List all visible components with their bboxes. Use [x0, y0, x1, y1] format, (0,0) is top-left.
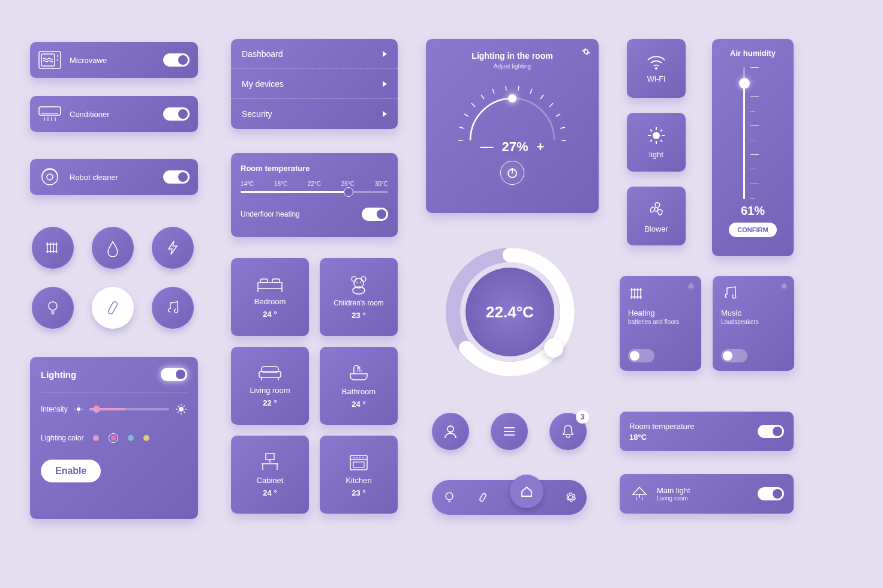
music-note-icon	[721, 284, 739, 302]
dial-value: 27%	[502, 139, 528, 155]
music-icon-button[interactable]	[152, 287, 194, 329]
svg-point-105	[690, 285, 692, 287]
svg-line-33	[184, 412, 185, 413]
room-bedroom[interactable]: Bedroom 24 °	[231, 258, 309, 336]
room-living[interactable]: Living room 22 °	[231, 347, 309, 425]
roomtemp-toggle[interactable]	[758, 425, 784, 438]
device-robot-card[interactable]: Robot cleaner	[30, 159, 198, 195]
room-children[interactable]: Children's room 23 °	[320, 258, 398, 336]
settings-icon[interactable]	[582, 47, 590, 56]
light-tile[interactable]: light	[627, 113, 686, 172]
temperature-ring[interactable]: 22.4°C	[435, 237, 585, 387]
nav-bottle-icon[interactable]	[477, 491, 489, 503]
svg-point-87	[447, 426, 453, 432]
robot-toggle[interactable]	[163, 170, 190, 184]
svg-line-101	[660, 140, 662, 142]
svg-rect-36	[258, 283, 282, 289]
bottle-icon-button[interactable]	[92, 287, 134, 329]
room-bathroom[interactable]: Bathroom 24 °	[320, 347, 398, 425]
blower-tile[interactable]: Blower	[627, 187, 686, 245]
intensity-slider[interactable]	[89, 408, 169, 410]
svg-rect-38	[272, 279, 280, 283]
svg-point-81	[508, 94, 516, 103]
settings-icon[interactable]	[687, 282, 695, 290]
device-label: Conditioner	[70, 110, 110, 119]
menu-item-dashboard[interactable]: Dashboard	[231, 39, 398, 69]
music-tile: Music Loudspeakers	[713, 276, 794, 371]
radiator-icon	[628, 284, 646, 302]
heating-tile: Heating batteries and floors	[620, 276, 701, 371]
power-button[interactable]	[500, 161, 524, 185]
chevron-right-icon	[383, 111, 387, 117]
color-swatch-blue[interactable]	[128, 435, 134, 441]
heating-toggle[interactable]	[628, 349, 654, 362]
nav-bulb-icon[interactable]	[443, 491, 456, 504]
notification-badge: 3	[576, 410, 589, 424]
svg-point-94	[655, 67, 657, 70]
room-cabinet[interactable]: Cabinet 24 °	[231, 436, 309, 514]
nav-home-icon[interactable]	[510, 475, 543, 508]
mainlight-toggle[interactable]	[758, 487, 784, 500]
dial-gauge[interactable]	[452, 74, 572, 146]
conditioner-toggle[interactable]	[163, 107, 190, 121]
svg-line-77	[492, 89, 494, 94]
room-kitchen[interactable]: Kitchen 23 °	[320, 436, 398, 514]
energy-icon-button[interactable]	[152, 227, 194, 269]
humidity-slider[interactable]	[735, 67, 771, 199]
svg-line-80	[518, 86, 519, 91]
dial-plus[interactable]: +	[537, 139, 545, 155]
bulb-icon-button[interactable]	[32, 287, 74, 329]
svg-line-74	[549, 103, 553, 107]
svg-point-63	[356, 457, 358, 458]
settings-icon[interactable]	[780, 282, 788, 290]
ring-value: 22.4°C	[486, 303, 534, 322]
desk-icon	[258, 452, 282, 472]
svg-point-91	[446, 493, 453, 500]
temp-slider[interactable]	[241, 191, 388, 193]
device-conditioner-card[interactable]: Conditioner	[30, 96, 198, 132]
lamp-icon	[629, 485, 650, 503]
svg-line-72	[556, 114, 560, 116]
mainlight-bar[interactable]: Main light Living room	[620, 474, 794, 514]
color-swatch-pink[interactable]	[93, 435, 99, 441]
confirm-button[interactable]: CONFIRM	[729, 223, 776, 237]
humidity-value: 61%	[722, 204, 784, 218]
fan-icon	[646, 199, 666, 220]
nav-gear-icon[interactable]	[564, 491, 576, 503]
svg-point-11	[47, 174, 53, 180]
svg-line-70	[560, 127, 565, 128]
svg-line-69	[459, 127, 464, 128]
bath-icon	[348, 363, 370, 383]
svg-line-100	[650, 130, 652, 131]
menu-item-devices[interactable]: My devices	[231, 69, 398, 99]
svg-line-102	[660, 130, 662, 131]
microwave-toggle[interactable]	[163, 53, 190, 67]
music-toggle[interactable]	[721, 349, 747, 362]
underfloor-toggle[interactable]	[362, 208, 388, 221]
dial-minus[interactable]: —	[480, 139, 494, 155]
lighting-panel: Lighting Intensity Lighting color Enable	[30, 357, 198, 519]
lighting-dial-card: Lighting in the room Adjust lighting — 2…	[426, 39, 599, 213]
device-microwave-card[interactable]: Microvawe	[30, 42, 198, 78]
profile-icon-button[interactable]	[432, 413, 469, 450]
svg-line-32	[178, 406, 179, 407]
intensity-label: Intensity	[41, 405, 68, 413]
humidity-card: Air humidity 61% CONFIRM	[712, 39, 794, 256]
svg-line-78	[530, 89, 532, 94]
lighting-toggle[interactable]	[161, 368, 187, 381]
color-swatch-yellow[interactable]	[143, 435, 149, 441]
bell-icon-button[interactable]: 3	[549, 413, 587, 450]
menu-icon-button[interactable]	[491, 413, 528, 450]
water-icon-button[interactable]	[92, 227, 134, 269]
roomtemp-bar[interactable]: Room temperature 18°C	[620, 412, 794, 451]
svg-rect-4	[39, 107, 61, 115]
radiator-icon-button[interactable]	[32, 227, 74, 269]
color-swatch-magenta[interactable]	[109, 433, 118, 443]
wifi-tile[interactable]: Wi-Fi	[627, 39, 686, 98]
svg-rect-21	[107, 301, 118, 314]
svg-rect-66	[353, 462, 364, 467]
menu-item-security[interactable]: Security	[231, 99, 398, 129]
enable-button[interactable]: Enable	[41, 460, 101, 482]
room-temp-card: Room temperature 14°C 18°C 22°C 26°C 30°…	[231, 153, 398, 237]
robot-icon	[38, 168, 61, 186]
